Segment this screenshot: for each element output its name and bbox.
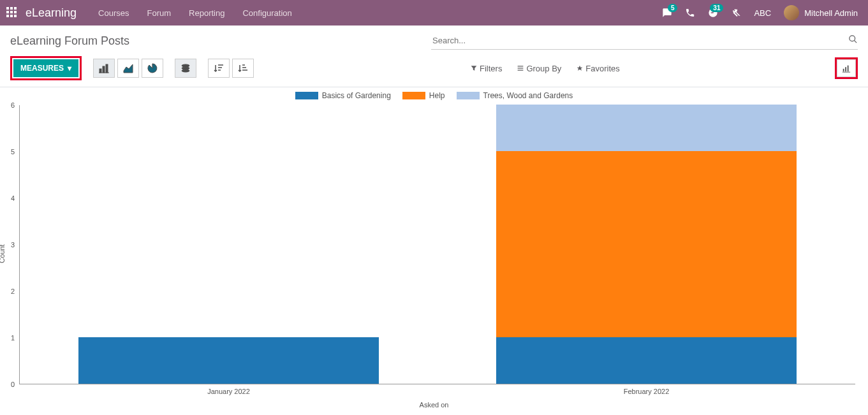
legend-swatch-2 — [457, 92, 480, 99]
svg-line-1 — [854, 40, 857, 43]
measures-button[interactable]: Measures ▾ — [13, 59, 78, 77]
chart-type-group — [91, 59, 163, 78]
chart-area: Basics of Gardening Help Trees, Wood and… — [0, 87, 868, 415]
clock-badge: 31 — [710, 4, 723, 12]
legend-label-0: Basics of Gardening — [322, 91, 391, 100]
nav-link-configuration[interactable]: Configuration — [233, 8, 300, 18]
bar-segment[interactable] — [496, 151, 797, 337]
nav-link-reporting[interactable]: Reporting — [180, 8, 233, 18]
y-tick: 5 — [11, 148, 15, 156]
bar-segment[interactable] — [496, 105, 797, 151]
filters-button[interactable]: Filters — [471, 64, 502, 73]
search-input[interactable] — [431, 32, 858, 49]
filters-label: Filters — [480, 64, 502, 73]
view-switcher — [835, 57, 858, 79]
measures-label: Measures — [20, 64, 64, 73]
plot: 0123456January 2022February 2022 — [19, 105, 855, 384]
chat-badge: 5 — [668, 4, 678, 12]
svg-rect-20 — [843, 69, 844, 71]
nav-link-courses[interactable]: Courses — [89, 8, 138, 18]
bar-segment[interactable] — [78, 337, 379, 384]
systray-text[interactable]: ABC — [747, 8, 777, 18]
y-tick: 2 — [11, 288, 15, 295]
legend-label-1: Help — [429, 91, 445, 100]
bar-segment[interactable] — [496, 337, 797, 384]
legend-swatch-1 — [402, 92, 425, 99]
control-panel: eLearning Forum Posts Measures ▾ — [0, 25, 868, 87]
bar-chart-button[interactable] — [93, 59, 115, 78]
chat-icon[interactable]: 5 — [656, 8, 679, 18]
search-options: Filters Group By Favorites — [471, 64, 620, 73]
pie-chart-button[interactable] — [142, 59, 163, 78]
sort-asc-button[interactable] — [232, 59, 254, 78]
highlight-graph-view — [835, 57, 858, 79]
search-icon[interactable] — [848, 34, 858, 46]
stacked-button[interactable] — [175, 59, 196, 78]
legend-swatch-0 — [295, 92, 318, 99]
tools-icon[interactable] — [725, 8, 747, 18]
y-tick: 4 — [11, 194, 15, 202]
highlight-measures: Measures ▾ — [10, 56, 82, 80]
clock-icon[interactable]: 31 — [702, 8, 725, 18]
svg-rect-3 — [103, 66, 105, 73]
svg-rect-21 — [845, 67, 846, 71]
line-chart-button[interactable] — [117, 59, 139, 78]
username[interactable]: Mitchell Admin — [804, 8, 858, 18]
stack-group — [172, 59, 196, 78]
svg-point-6 — [182, 64, 189, 67]
graph-view-button[interactable] — [837, 59, 856, 77]
legend-label-2: Trees, Wood and Gardens — [483, 91, 573, 100]
legend: Basics of Gardening Help Trees, Wood and… — [0, 91, 868, 100]
caret-down-icon: ▾ — [68, 64, 71, 73]
y-tick: 0 — [11, 381, 15, 388]
svg-point-0 — [850, 36, 855, 41]
page-title: eLearning Forum Posts — [10, 34, 431, 48]
svg-point-8 — [182, 69, 189, 72]
favorites-label: Favorites — [585, 64, 619, 73]
phone-icon[interactable] — [679, 8, 702, 18]
brand[interactable]: eLearning — [26, 6, 77, 20]
x-axis-label: Asked on — [0, 401, 868, 409]
nav-link-forum[interactable]: Forum — [138, 8, 180, 18]
y-tick: 3 — [11, 241, 15, 249]
y-tick: 1 — [11, 334, 15, 342]
legend-item-0[interactable]: Basics of Gardening — [295, 91, 391, 100]
legend-item-1[interactable]: Help — [402, 91, 445, 100]
sort-desc-button[interactable] — [208, 59, 230, 78]
x-tick: February 2022 — [624, 388, 670, 395]
svg-rect-22 — [848, 66, 849, 72]
favorites-button[interactable]: Favorites — [577, 64, 619, 73]
avatar[interactable] — [784, 5, 799, 20]
svg-point-7 — [182, 67, 189, 69]
navbar: eLearning Courses Forum Reporting Config… — [0, 0, 868, 25]
groupby-button[interactable]: Group By — [517, 64, 561, 73]
svg-rect-4 — [106, 64, 108, 73]
x-tick: January 2022 — [207, 388, 250, 395]
y-tick: 6 — [11, 101, 15, 109]
y-axis-label: Count — [0, 244, 6, 263]
search-wrap — [431, 32, 858, 50]
svg-rect-2 — [99, 69, 101, 73]
groupby-label: Group By — [526, 64, 561, 73]
legend-item-2[interactable]: Trees, Wood and Gardens — [457, 91, 573, 100]
apps-icon[interactable] — [6, 7, 18, 18]
sort-group — [205, 59, 254, 78]
